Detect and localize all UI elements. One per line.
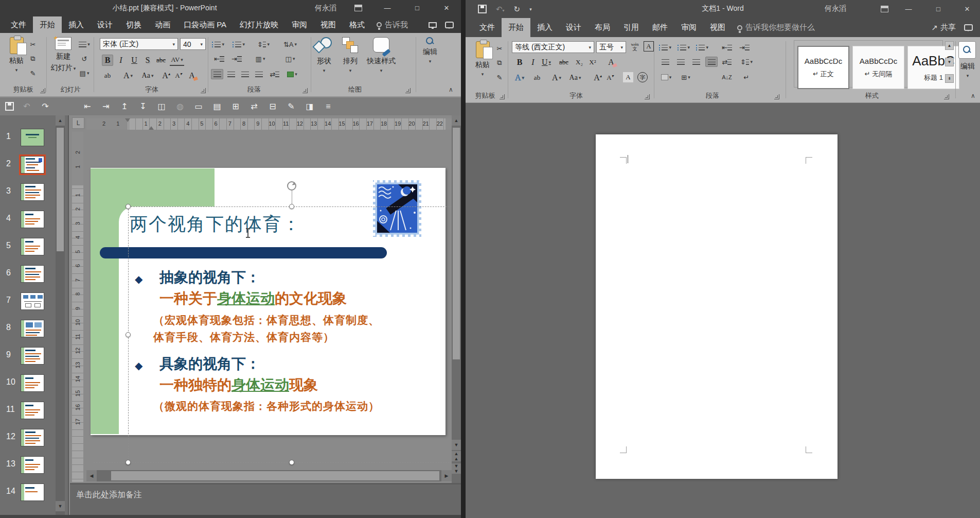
- ppt-title-bar[interactable]: 小结.ppt [兼容模式] - PowerPoint 何永滔 — □ ✕: [0, 0, 461, 16]
- columns-icon[interactable]: ▥: [254, 54, 266, 64]
- distribute-columns-icon[interactable]: ⇄: [269, 69, 281, 79]
- ppt-account-name[interactable]: 何永滔: [315, 4, 336, 13]
- align-left-icon[interactable]: [211, 69, 223, 79]
- ppt-present-icon[interactable]: [429, 22, 437, 28]
- word-title-bar[interactable]: ↶▾ ↻ ▾ 文档1 - Word 何永滔 — □ ✕: [466, 0, 980, 18]
- rotate-handle[interactable]: [287, 181, 296, 191]
- word-minimize-button[interactable]: —: [894, 0, 923, 18]
- layout-icon[interactable]: [78, 39, 91, 49]
- next-slide-icon[interactable]: ▼▼: [452, 463, 461, 474]
- format-painter-icon[interactable]: ✎: [493, 72, 506, 82]
- bullet1-note-line2[interactable]: 体育手段、体育方法、体育内容等）: [153, 330, 334, 344]
- layout-grid-icon[interactable]: ⊞: [230, 101, 241, 111]
- ppt-tab-设计[interactable]: 设计: [91, 16, 119, 33]
- draw-icon[interactable]: ✎: [286, 101, 297, 111]
- strikethrough-button[interactable]: abc: [155, 55, 167, 66]
- font-dialog-launcher[interactable]: [201, 88, 206, 93]
- multilevel-list-icon[interactable]: [696, 42, 708, 53]
- cut-icon[interactable]: ✂: [493, 43, 506, 54]
- ppt-tab-口袋动画 PA[interactable]: 口袋动画 PA: [177, 16, 233, 33]
- word-account-name[interactable]: 何永滔: [825, 4, 846, 13]
- numbering-icon[interactable]: [678, 42, 690, 53]
- ppt-tab-开始[interactable]: 开始: [33, 16, 62, 33]
- bold-button[interactable]: B: [102, 55, 113, 66]
- bullet1-heading[interactable]: 抽象的视角下：: [159, 268, 260, 287]
- text-direction-icon[interactable]: ⇅A: [284, 39, 296, 49]
- align-center-icon[interactable]: [225, 69, 237, 79]
- quick-styles-button[interactable]: 快速样式 ▾: [363, 37, 399, 73]
- strikethrough-button[interactable]: abc: [558, 57, 569, 68]
- grow-font-button[interactable]: A▴: [161, 70, 172, 81]
- copy-icon[interactable]: ⧉: [493, 58, 506, 68]
- ppt-comments-icon[interactable]: [445, 22, 454, 28]
- clipboard-dialog-launcher[interactable]: [500, 94, 505, 99]
- enclose-characters-button[interactable]: 字: [637, 72, 648, 82]
- horizontal-ruler[interactable]: 2112345678910111213141516171819202122: [86, 118, 453, 130]
- scroll-up-icon[interactable]: ▲: [452, 115, 461, 126]
- vertical-ruler[interactable]: 211234567891011121314151617: [72, 132, 83, 482]
- styles-gallery-expand-icon[interactable]: ⇟: [945, 74, 954, 83]
- font-color-button[interactable]: A: [122, 70, 134, 81]
- thumbnail-scrollbar[interactable]: ▲ ▼: [56, 115, 65, 518]
- word-editing-button[interactable]: 编辑 ▾: [956, 62, 979, 78]
- swap-position-icon[interactable]: ⇄: [248, 101, 260, 111]
- scroll-left-icon[interactable]: ◀: [86, 470, 97, 481]
- text-shadow-button[interactable]: S: [142, 55, 153, 66]
- word-page[interactable]: [596, 134, 838, 479]
- text-effects-button[interactable]: A: [514, 72, 525, 83]
- scroll-up-icon[interactable]: ▲: [56, 115, 65, 126]
- thumbnail-scrollbar-thumb[interactable]: [57, 128, 64, 251]
- distribute-icon[interactable]: ⇄: [721, 57, 733, 67]
- ppt-minimize-button[interactable]: —: [372, 0, 402, 16]
- scroll-right-icon[interactable]: ▶: [441, 470, 452, 481]
- grow-font-button[interactable]: A▴: [592, 72, 603, 83]
- ppt-tab-文件[interactable]: 文件: [4, 16, 33, 33]
- arrange-button[interactable]: 排列 ▾: [338, 37, 362, 73]
- ppt-horizontal-scrollbar[interactable]: ◀ ▶: [86, 470, 452, 481]
- scroll-down-icon[interactable]: ▼: [452, 440, 461, 450]
- slideshow-display-icon[interactable]: ▭: [193, 101, 204, 111]
- clipboard-dialog-launcher[interactable]: [40, 88, 45, 93]
- customize-qat-icon[interactable]: ▾: [529, 7, 532, 12]
- word-tab-邮件[interactable]: 邮件: [646, 18, 674, 37]
- ppt-vertical-scrollbar[interactable]: ▲ ▼ ▲▲ ▼▼: [452, 115, 461, 518]
- save-icon[interactable]: [5, 102, 14, 111]
- bullet2-line[interactable]: 一种独特的身体运动现象: [159, 375, 318, 395]
- merge-shapes-icon[interactable]: ◍: [174, 101, 186, 111]
- undo-icon[interactable]: ↶: [21, 101, 32, 111]
- slide-canvas[interactable]: 两个视角下的体育： ◆: [91, 168, 446, 435]
- ppt-ribbon-display-options-icon[interactable]: [354, 5, 362, 11]
- drawing-dialog-launcher[interactable]: [405, 88, 411, 93]
- word-tab-审阅[interactable]: 审阅: [674, 18, 703, 37]
- highlight-color-button[interactable]: ab: [102, 70, 113, 81]
- style-card-正文[interactable]: AaBbCcDc↵ 正文: [797, 46, 849, 89]
- previous-slide-icon[interactable]: ▲▲: [452, 451, 461, 461]
- first-line-indent-marker[interactable]: [125, 118, 130, 122]
- word-maximize-button[interactable]: □: [923, 0, 953, 18]
- redo-icon[interactable]: ↻: [514, 5, 521, 14]
- align-middle-icon[interactable]: ◫: [156, 101, 167, 111]
- paragraph-dialog-launcher[interactable]: [774, 94, 779, 99]
- word-tab-引用[interactable]: 引用: [617, 18, 646, 37]
- change-case-button[interactable]: Aa: [142, 70, 153, 81]
- decrease-indent-icon[interactable]: ⇤: [213, 54, 225, 64]
- bullet2-note-line1[interactable]: （微观的体育现象指：各种形式的身体运动）: [153, 399, 380, 413]
- notes-pane[interactable]: 单击此处添加备注: [70, 485, 461, 515]
- word-tab-视图[interactable]: 视图: [703, 18, 732, 37]
- superscript-button[interactable]: X²: [587, 57, 598, 68]
- collapse-ribbon-icon[interactable]: ∧: [971, 92, 975, 99]
- hanging-indent-marker[interactable]: [149, 126, 154, 130]
- styles-dialog-launcher[interactable]: [944, 94, 949, 99]
- shape-fill-icon[interactable]: ◨: [304, 101, 315, 111]
- decrease-indent-icon[interactable]: ⇤: [721, 42, 733, 53]
- show-marks-icon[interactable]: ↵: [740, 72, 753, 82]
- word-ribbon-display-options-icon[interactable]: [881, 6, 888, 12]
- ruler-origin-button[interactable]: L: [72, 117, 84, 129]
- phonetic-guide-button[interactable]: wén文: [629, 41, 640, 53]
- italic-button[interactable]: I: [115, 55, 127, 66]
- align-top-edge-icon[interactable]: ↥: [119, 101, 130, 111]
- character-spacing-button[interactable]: AV: [170, 55, 184, 66]
- shapes-button[interactable]: 形状 ▾: [312, 37, 336, 73]
- ppt-font-name-combobox[interactable]: 宋体 (正文)▾: [100, 38, 178, 50]
- align-left-edge-icon[interactable]: ⇤: [82, 101, 93, 111]
